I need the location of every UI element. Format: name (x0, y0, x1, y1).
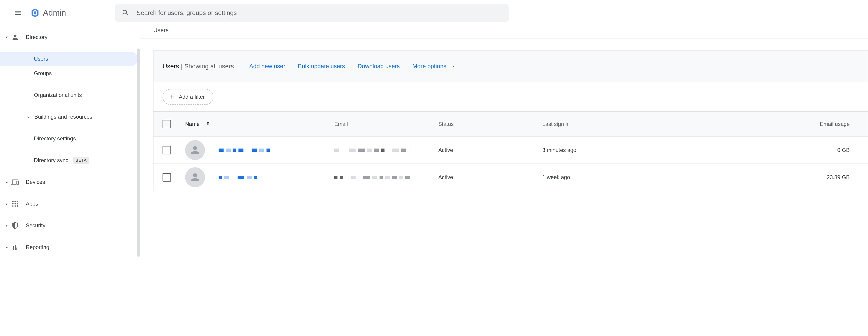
svg-point-3 (12, 201, 13, 202)
users-card: Users | Showing all users Add new user B… (153, 50, 868, 191)
svg-point-8 (17, 203, 18, 204)
user-email-redacted (334, 175, 438, 179)
sidebar-item-groups[interactable]: Groups (0, 66, 140, 81)
brand-title: Admin (43, 8, 66, 18)
apps-icon (11, 200, 19, 207)
select-all-checkbox[interactable] (162, 120, 171, 129)
plus-icon (168, 93, 175, 100)
column-header-email[interactable]: Email (334, 121, 438, 127)
svg-point-9 (12, 205, 13, 207)
add-filter-label: Add a filter (179, 94, 205, 100)
svg-point-10 (14, 205, 16, 207)
user-status: Active (438, 174, 542, 180)
avatar (185, 140, 205, 160)
search-bar[interactable] (115, 4, 508, 22)
user-name-redacted (219, 148, 270, 152)
avatar (185, 167, 205, 187)
user-email-redacted (334, 148, 438, 152)
main-content: Users Users | Showing all users Add new … (140, 27, 868, 262)
sidebar-item-directory-settings[interactable]: Directory settings (0, 131, 140, 146)
sidebar-item-buildings[interactable]: ▸ Buildings and resources (0, 110, 140, 124)
chevron-right-icon: ▸ (4, 180, 9, 184)
sidebar-item-directory[interactable]: ▾ Directory (0, 30, 140, 45)
table-row[interactable]: Active 3 minutes ago 0 GB (153, 137, 868, 164)
user-last-sign-in: 3 minutes ago (542, 147, 645, 153)
user-status: Active (438, 147, 542, 153)
column-header-name[interactable]: Name (185, 120, 334, 128)
search-icon (122, 9, 130, 17)
sidebar: ▾ Directory Users Groups Organizational … (0, 26, 140, 262)
sort-ascending-icon (205, 120, 211, 128)
sidebar-item-devices[interactable]: ▸ Devices (0, 175, 140, 189)
sidebar-item-label: Reporting (26, 244, 49, 250)
add-filter-chip[interactable]: Add a filter (162, 89, 213, 105)
more-options-label: More options (412, 63, 446, 70)
hamburger-icon (14, 9, 22, 17)
sidebar-item-label: Organizational units (34, 92, 82, 98)
column-header-label: Last sign in (542, 121, 569, 127)
sidebar-item-apps[interactable]: ▸ Apps (0, 197, 140, 211)
sidebar-item-label: Directory (26, 34, 48, 40)
sidebar-item-reporting[interactable]: ▸ Reporting (0, 240, 140, 254)
user-email-usage: 0 GB (645, 147, 859, 153)
sidebar-item-label: Users (34, 56, 48, 62)
filter-row: Add a filter (153, 82, 868, 112)
column-header-last-sign-in[interactable]: Last sign in (542, 121, 645, 127)
svg-marker-2 (34, 11, 36, 15)
devices-icon (11, 178, 19, 186)
caret-down-icon (451, 64, 456, 69)
sidebar-item-label: Directory sync (34, 157, 68, 164)
column-header-label: Name (185, 121, 199, 127)
user-email-usage: 23.89 GB (645, 174, 859, 180)
sidebar-item-users[interactable]: Users (0, 52, 138, 66)
person-icon (189, 144, 201, 156)
person-icon (189, 171, 201, 183)
sidebar-item-label: Security (26, 222, 45, 229)
column-header-status[interactable]: Status (438, 121, 542, 127)
sidebar-item-label: Buildings and resources (34, 114, 92, 120)
user-last-sign-in: 1 week ago (542, 174, 645, 180)
bulk-update-users-link[interactable]: Bulk update users (298, 63, 345, 70)
breadcrumb-current: Users (153, 27, 168, 33)
svg-point-11 (17, 205, 18, 207)
card-title: Users | Showing all users (162, 63, 234, 70)
card-title-separator: | (181, 63, 182, 70)
sidebar-item-security[interactable]: ▸ Security (0, 218, 140, 233)
svg-point-5 (17, 201, 18, 202)
column-header-label: Status (438, 121, 454, 127)
person-icon (11, 33, 19, 41)
sidebar-item-directory-sync[interactable]: Directory sync BETA (0, 153, 140, 168)
brand[interactable]: Admin (30, 8, 66, 18)
table-row[interactable]: Active 1 week ago 23.89 GB (153, 164, 868, 191)
chevron-right-icon: ▸ (4, 245, 9, 250)
column-header-label: Email (334, 121, 348, 127)
chevron-down-icon: ▾ (4, 35, 9, 39)
add-new-user-link[interactable]: Add new user (249, 63, 285, 70)
sidebar-item-org-units[interactable]: Organizational units (0, 88, 140, 102)
sidebar-item-label: Groups (34, 70, 52, 77)
card-subtitle: Showing all users (184, 63, 234, 70)
chevron-right-icon: ▸ (4, 223, 9, 228)
admin-logo-icon (30, 8, 40, 18)
chevron-right-icon: ▸ (4, 202, 9, 206)
svg-point-7 (14, 203, 16, 204)
card-title-text: Users (162, 63, 179, 70)
sidebar-item-label: Apps (26, 201, 38, 207)
row-checkbox[interactable] (162, 173, 171, 181)
row-checkbox[interactable] (162, 146, 171, 155)
search-input[interactable] (136, 9, 502, 17)
svg-point-4 (14, 201, 16, 202)
user-name-redacted (219, 175, 257, 179)
sidebar-item-label: Directory settings (34, 135, 76, 142)
column-header-email-usage[interactable]: Email usage (645, 121, 859, 127)
table-header: Name Email Status (153, 112, 868, 137)
beta-badge: BETA (73, 157, 89, 164)
more-options-dropdown[interactable]: More options (412, 63, 456, 70)
bar-chart-icon (11, 243, 19, 251)
main-menu-button[interactable] (13, 7, 24, 18)
download-users-link[interactable]: Download users (358, 63, 400, 70)
sidebar-scrollbar[interactable] (137, 49, 140, 257)
chevron-right-icon: ▸ (26, 115, 31, 119)
card-header: Users | Showing all users Add new user B… (153, 51, 868, 82)
shield-icon (11, 222, 19, 229)
